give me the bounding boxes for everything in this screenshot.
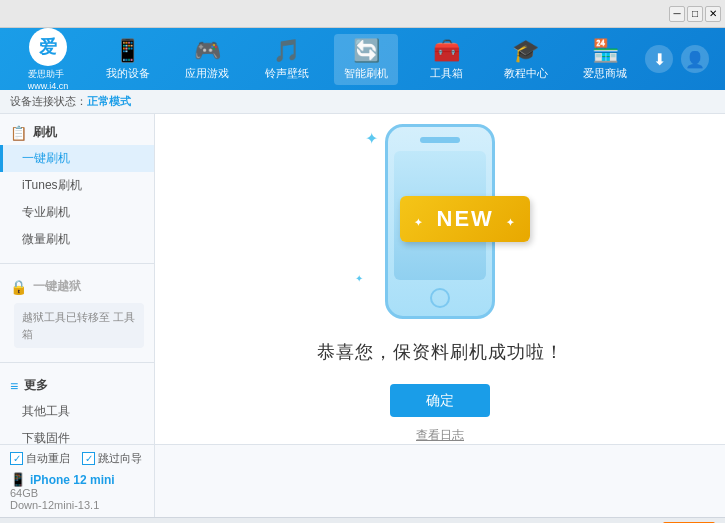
auto-restart-label: 自动重启 bbox=[26, 451, 70, 466]
smart-shop-icon: 🔄 bbox=[353, 38, 380, 64]
nav-my-device[interactable]: 📱 我的设备 bbox=[96, 34, 160, 85]
device-info-area: 📱 iPhone 12 mini 64GB Down-12mini-13.1 bbox=[10, 472, 144, 511]
sidebar-section-more: ≡ 更多 其他工具 下载固件 高级功能 bbox=[0, 367, 154, 444]
confirm-button[interactable]: 确定 bbox=[390, 384, 490, 417]
status-footer: ☑ 阻止iTunes运行 V7.98.66 客服 微信公众号 检查更新 bbox=[0, 517, 725, 523]
phone-icon: 📱 bbox=[10, 472, 26, 487]
store-icon: 🏪 bbox=[592, 38, 619, 64]
content-area: ✦ ✦ ✦ NEW 恭喜您，保资料刷机成功啦！ 确定 查看日志 bbox=[155, 114, 725, 444]
header-right: ⬇ 👤 bbox=[645, 45, 717, 73]
title-bar: ─ □ ✕ bbox=[0, 0, 725, 28]
phone-home-button bbox=[430, 288, 450, 308]
minimize-button[interactable]: ─ bbox=[669, 6, 685, 22]
more-section-icon: ≡ bbox=[10, 378, 18, 394]
auto-restart-checkbox-box[interactable]: ✓ bbox=[10, 452, 23, 465]
sidebar-item-micro-flash[interactable]: 微量刷机 bbox=[0, 226, 154, 253]
ringtones-icon: 🎵 bbox=[273, 38, 300, 64]
account-button[interactable]: 👤 bbox=[681, 45, 709, 73]
bottom-left-panel: ✓ 自动重启 ✓ 跳过向导 📱 iPhone 12 mini 64GB Down… bbox=[0, 445, 155, 517]
sidebar-divider-2 bbox=[0, 362, 154, 363]
logo-circle: 爱 bbox=[29, 28, 67, 66]
phone-illustration: ✦ ✦ ✦ NEW bbox=[340, 114, 540, 324]
sidebar-item-other-tools[interactable]: 其他工具 bbox=[0, 398, 154, 425]
sidebar-divider-1 bbox=[0, 263, 154, 264]
nav-ringtones[interactable]: 🎵 铃声壁纸 bbox=[255, 34, 319, 85]
sparkle-1: ✦ bbox=[365, 129, 378, 148]
sidebar-jailbreak-subtext: 越狱工具已转移至 工具箱 bbox=[14, 303, 144, 348]
auto-restart-checkbox[interactable]: ✓ 自动重启 bbox=[10, 451, 70, 466]
sidebar: 📋 刷机 一键刷机 iTunes刷机 专业刷机 微量刷机 🔒 一键越狱 bbox=[0, 114, 155, 444]
device-row: 📱 iPhone 12 mini bbox=[10, 472, 144, 487]
sidebar-item-one-click-flash[interactable]: 一键刷机 bbox=[0, 145, 154, 172]
sidebar-section-jailbreak-title: 🔒 一键越狱 bbox=[0, 274, 154, 299]
tutorials-icon: 🎓 bbox=[512, 38, 539, 64]
nav-toolbox[interactable]: 🧰 工具箱 bbox=[414, 34, 478, 85]
logo-area: 爱 爱思助手www.i4.cn bbox=[8, 28, 88, 91]
sidebar-section-flash: 📋 刷机 一键刷机 iTunes刷机 专业刷机 微量刷机 bbox=[0, 114, 154, 259]
bottom-panel: ✓ 自动重启 ✓ 跳过向导 📱 iPhone 12 mini 64GB Down… bbox=[0, 444, 725, 517]
nav-tutorials[interactable]: 🎓 教程中心 bbox=[494, 34, 558, 85]
sparkle-3: ✦ bbox=[355, 273, 363, 284]
main-area: 📋 刷机 一键刷机 iTunes刷机 专业刷机 微量刷机 🔒 一键越狱 bbox=[0, 114, 725, 444]
nav-smart-shop[interactable]: 🔄 智能刷机 bbox=[334, 34, 398, 85]
sidebar-section-jailbreak: 🔒 一键越狱 越狱工具已转移至 工具箱 bbox=[0, 268, 154, 358]
header: 爱 爱思助手www.i4.cn 📱 我的设备 🎮 应用游戏 🎵 铃声壁纸 🔄 智… bbox=[0, 28, 725, 90]
device-storage: 64GB bbox=[10, 487, 144, 499]
download-button[interactable]: ⬇ bbox=[645, 45, 673, 73]
apps-games-icon: 🎮 bbox=[194, 38, 221, 64]
logo-text: 爱思助手www.i4.cn bbox=[28, 68, 69, 91]
checkbox-area: ✓ 自动重启 ✓ 跳过向导 bbox=[10, 451, 144, 466]
skip-wizard-checkbox-box[interactable]: ✓ bbox=[82, 452, 95, 465]
sidebar-item-download-firmware[interactable]: 下载固件 bbox=[0, 425, 154, 444]
skip-wizard-label: 跳过向导 bbox=[98, 451, 142, 466]
new-badge: NEW bbox=[400, 196, 530, 242]
nav-apps-games[interactable]: 🎮 应用游戏 bbox=[175, 34, 239, 85]
nav-bar: 📱 我的设备 🎮 应用游戏 🎵 铃声壁纸 🔄 智能刷机 🧰 工具箱 🎓 教程中心… bbox=[88, 34, 645, 85]
maximize-button[interactable]: □ bbox=[687, 6, 703, 22]
view-today-link[interactable]: 查看日志 bbox=[416, 427, 464, 444]
bottom-right-panel bbox=[155, 445, 725, 517]
status-bar: 设备连接状态： 正常模式 bbox=[0, 90, 725, 114]
device-system: Down-12mini-13.1 bbox=[10, 499, 144, 511]
sidebar-section-flash-title: 📋 刷机 bbox=[0, 120, 154, 145]
close-button[interactable]: ✕ bbox=[705, 6, 721, 22]
success-message: 恭喜您，保资料刷机成功啦！ bbox=[317, 340, 564, 364]
logo-icon: 爱 bbox=[39, 35, 57, 59]
jailbreak-section-icon: 🔒 bbox=[10, 279, 27, 295]
flash-section-icon: 📋 bbox=[10, 125, 27, 141]
phone-top-bar bbox=[420, 137, 460, 143]
sidebar-item-pro-flash[interactable]: 专业刷机 bbox=[0, 199, 154, 226]
my-device-icon: 📱 bbox=[114, 38, 141, 64]
sidebar-section-more-title: ≡ 更多 bbox=[0, 373, 154, 398]
sidebar-item-itunes-flash[interactable]: iTunes刷机 bbox=[0, 172, 154, 199]
skip-wizard-checkbox[interactable]: ✓ 跳过向导 bbox=[82, 451, 142, 466]
toolbox-icon: 🧰 bbox=[433, 38, 460, 64]
device-name: iPhone 12 mini bbox=[30, 473, 115, 487]
nav-store[interactable]: 🏪 爱思商城 bbox=[573, 34, 637, 85]
